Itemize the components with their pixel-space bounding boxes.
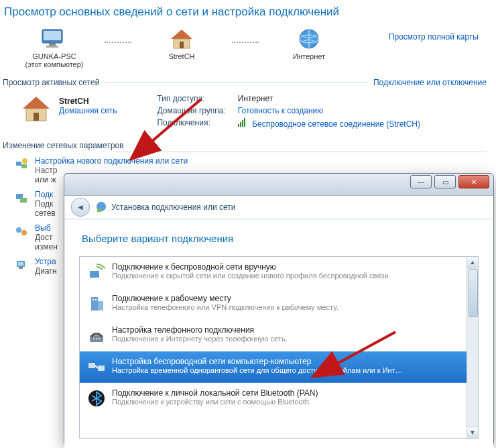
map-node-this-pc: GUNKA-PSC (этот компьютер): [4, 27, 105, 68]
task-desc: Диагн: [35, 266, 57, 276]
connections-value[interactable]: Беспроводное сетевое соединение (StretCH…: [238, 118, 420, 129]
close-button[interactable]: ✕: [458, 175, 489, 188]
scrollbar[interactable]: ▲ ▼: [467, 257, 478, 438]
svg-marker-9: [23, 97, 50, 109]
svg-rect-29: [95, 299, 97, 300]
network-map: GUNKA-PSC (этот компьютер) StretCH Интер…: [0, 27, 496, 68]
options-listbox: Подключение к беспроводной сети вручнуюП…: [79, 256, 479, 439]
building-icon: [86, 294, 107, 314]
scroll-thumb[interactable]: [469, 269, 478, 317]
minimize-button[interactable]: —: [410, 175, 432, 188]
troubleshoot-icon: [15, 258, 28, 274]
map-node-name: StretCH: [131, 52, 232, 60]
active-networks-header: Просмотр активных сетей Подключение или …: [3, 78, 496, 87]
wizard-window: — ▭ ✕ ◄ Установка подключения или сети В…: [64, 173, 494, 446]
map-connector: [232, 42, 259, 43]
active-network: StretCH Домашняя сеть Тип доступа: Интер…: [0, 91, 496, 131]
option-title: Настройка беспроводной сети компьютер-ко…: [112, 357, 403, 366]
homegroup-link[interactable]: Готовность к созданию: [238, 106, 420, 115]
page-title: Просмотр основных сведений о сети и наст…: [4, 5, 496, 19]
task-desc: Подк: [35, 199, 56, 209]
network-info: StretCH Домашняя сеть: [59, 94, 117, 129]
map-node-sub: (этот компьютер): [4, 60, 105, 68]
scroll-up-button[interactable]: ▲: [467, 257, 478, 268]
phone-icon: [86, 325, 107, 345]
option-desc: Подключение к устройству или сети с помо…: [112, 398, 318, 406]
globe-icon: [296, 27, 322, 52]
house-icon: [20, 94, 52, 129]
svg-rect-13: [21, 164, 27, 168]
network-setup-icon: [15, 158, 28, 173]
full-map-link[interactable]: Просмотр полной карты: [389, 27, 492, 42]
connect-disconnect-link[interactable]: Подключение или отключение: [373, 78, 496, 87]
option-adhoc[interactable]: Настройка беспроводной сети компьютер-ко…: [80, 351, 467, 383]
map-node-router: StretCH: [131, 27, 232, 60]
signal-icon: [238, 118, 246, 127]
adhoc-icon: [86, 357, 107, 377]
network-name: StretCH: [59, 97, 117, 106]
divider: [105, 82, 368, 83]
svg-rect-6: [180, 42, 184, 48]
wizard-page-title: Выберите вариант подключения: [82, 233, 476, 244]
svg-rect-2: [49, 43, 56, 46]
access-type-value: Интернет: [238, 94, 420, 103]
svg-rect-28: [92, 299, 94, 300]
task-desc-ln2: измен: [35, 242, 58, 251]
svg-point-17: [16, 227, 21, 233]
svg-point-18: [21, 230, 27, 235]
maximize-button[interactable]: ▭: [434, 175, 456, 188]
svg-point-32: [96, 338, 97, 339]
svg-point-14: [22, 158, 27, 164]
option-phone[interactable]: Настройка телефонного подключенияПодключ…: [80, 320, 467, 351]
connections-label: Подключения:: [157, 118, 225, 129]
section-label: Просмотр активных сетей: [3, 78, 99, 87]
back-button[interactable]: ◄: [71, 198, 90, 217]
wifi-icon: [86, 262, 107, 282]
titlebar[interactable]: — ▭ ✕: [64, 174, 493, 195]
svg-rect-12: [16, 162, 21, 166]
map-node-internet: Интернет: [259, 27, 359, 60]
svg-rect-16: [20, 198, 27, 203]
option-bluetooth[interactable]: Подключение к личной локальной сети Blue…: [80, 383, 467, 414]
svg-rect-1: [44, 31, 61, 40]
connection-link[interactable]: Беспроводное сетевое соединение (StretCH…: [252, 119, 420, 129]
map-connector: [105, 42, 131, 43]
option-wifi[interactable]: Подключение к беспроводной сети вручнуюП…: [80, 257, 467, 288]
task-desc-ln2: сетев: [35, 209, 56, 218]
svg-line-36: [95, 366, 98, 368]
svg-rect-27: [98, 301, 103, 311]
scroll-down-button[interactable]: ▼: [467, 427, 478, 438]
svg-point-31: [93, 338, 95, 339]
wizard-title: Установка подключения или сети: [111, 203, 235, 212]
task-desc: Дост: [35, 233, 58, 242]
option-title: Подключение к рабочему месту: [112, 294, 338, 303]
svg-rect-20: [18, 262, 23, 266]
option-desc: Подключение к скрытой сети или создание …: [112, 272, 390, 280]
task-title: Выб: [35, 223, 58, 233]
bluetooth-icon: [86, 388, 107, 408]
svg-rect-24: [97, 209, 101, 212]
option-desc: Настройка временной одноранговой сети дл…: [112, 366, 403, 374]
option-building[interactable]: Подключение к рабочему местуНастройка те…: [80, 288, 467, 320]
svg-marker-4: [171, 30, 192, 39]
option-desc: Подключение к Интернету через телефонную…: [112, 335, 288, 343]
wizard-body: Выберите вариант подключения Подключение…: [64, 219, 493, 448]
svg-rect-25: [90, 271, 99, 278]
option-desc: Настройка телефонного или VPN-подключени…: [112, 303, 338, 311]
change-settings-header: Изменение сетевых параметров: [3, 141, 496, 150]
svg-rect-21: [19, 267, 23, 269]
svg-rect-34: [88, 363, 95, 368]
svg-point-33: [99, 338, 100, 339]
svg-rect-26: [91, 297, 98, 311]
homegroup-label: Домашняя группа:: [157, 106, 225, 115]
network-type-link[interactable]: Домашняя сеть: [59, 106, 117, 115]
svg-rect-35: [98, 366, 105, 371]
connect-icon: [15, 191, 28, 207]
breadcrumb: ◄ Установка подключения или сети: [64, 195, 493, 219]
homegroup-icon: [15, 225, 28, 240]
network-icon: [95, 201, 107, 215]
option-title: Подключение к беспроводной сети вручную: [112, 262, 390, 272]
monitor-icon: [40, 27, 69, 52]
house-icon: [168, 27, 195, 52]
option-title: Подключение к личной локальной сети Blue…: [112, 388, 318, 398]
